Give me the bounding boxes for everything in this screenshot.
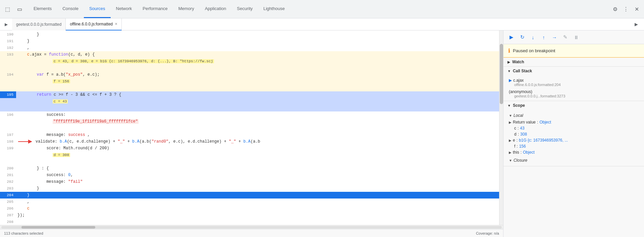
scope-return-value[interactable]: ▶ Return value : Object: [503, 119, 644, 125]
code-line-208: 208: [0, 219, 499, 225]
file-tabs-bar: ▶ geetest.0.0.0.js:formatted offline.6.0…: [0, 18, 644, 30]
code-line-202: 202 message: "fail": [0, 178, 499, 185]
scope-e[interactable]: ▶ e : b1G {c: 1673946953976, ...: [503, 137, 644, 143]
code-line-199: 199 score: Math.round(d / 200) d = 308: [0, 145, 499, 165]
call-stack-content: ▶ c.ajax offline.6.0.0.js:formatted:204 …: [503, 75, 644, 101]
settings-icon[interactable]: ⚙: [610, 4, 620, 14]
code-panel: 190 } 191 } 192 ,: [0, 30, 503, 237]
scope-local-label: Local: [514, 113, 523, 118]
call-stack-section: ▼ Call Stack ▶ c.ajax offline.6.0.0.js:f…: [503, 67, 644, 101]
scrollbar-thumb[interactable]: [500, 44, 503, 104]
sidebar-toggle[interactable]: ▶: [1, 20, 11, 29]
watch-triangle: ▶: [507, 60, 510, 64]
call-stack-item-0[interactable]: ▶ c.ajax offline.6.0.0.js:formatted:204: [503, 77, 644, 88]
resume-btn[interactable]: ▶: [507, 33, 516, 41]
code-line-205: 205 ,: [0, 199, 499, 205]
code-line-195: 195 return c >= f - 3 && c <= f + 3 ? { …: [0, 91, 499, 111]
scope-d: d : 308: [503, 131, 644, 137]
scope-f: f : 156: [503, 143, 644, 149]
call-stack-fn-name-0: c.ajax: [513, 78, 524, 83]
paused-text: Paused on breakpoint: [513, 48, 555, 53]
scope-c: c : 43: [503, 125, 644, 131]
tab-sources[interactable]: Sources: [84, 0, 111, 18]
tab-security[interactable]: Security: [231, 0, 258, 18]
tab-application[interactable]: Application: [200, 0, 232, 18]
main-area: 190 } 191 } 192 ,: [0, 30, 644, 237]
scope-local: ▼ Local ▶ Return value : Object c : 43: [503, 111, 644, 156]
call-stack-label: Call Stack: [513, 69, 532, 73]
code-line-190: 190 }: [0, 31, 499, 38]
scope-closure-tri: ▼: [509, 159, 512, 162]
file-tab-geetest[interactable]: geetest.0.0.0.js:formatted: [12, 18, 66, 30]
scope-section: ▼ Scope ▼ Local ▶ Return value : Object: [503, 101, 644, 166]
tab-performance[interactable]: Performance: [137, 0, 173, 18]
code-line-198: 198 validate: b.A(c, e.d.challenge) + "_…: [0, 138, 499, 145]
tab-memory[interactable]: Memory: [173, 0, 200, 18]
right-panel: ▶ ↻ ↓ ↑ → ✎ ⏸ ℹ Paused on breakpoint ▶ W…: [503, 30, 644, 237]
call-stack-triangle: ▼: [507, 69, 511, 73]
red-arrow-icon: [17, 138, 34, 145]
deactivate-btn[interactable]: ✎: [561, 33, 569, 41]
code-scroll[interactable]: 190 } 191 } 192 ,: [0, 30, 503, 225]
code-line-203: 203 }: [0, 185, 499, 192]
code-line-201: 201 success: 0,: [0, 172, 499, 178]
status-bar: 113 characters selected Coverage: n/a: [0, 229, 503, 237]
watch-section: ▶ Watch: [503, 58, 644, 67]
watch-header[interactable]: ▶ Watch: [503, 58, 644, 66]
code-line-192: 192 ,: [0, 45, 499, 51]
close-icon[interactable]: ✕: [632, 4, 641, 14]
scope-rv-tri: ▶: [509, 121, 512, 124]
debugger-toolbar: ▶ ↻ ↓ ↑ → ✎ ⏸: [503, 30, 644, 44]
step-out-btn[interactable]: ↑: [540, 33, 548, 41]
watch-label: Watch: [512, 60, 524, 64]
call-stack-item-1[interactable]: (anonymous) geetest.0.0.0.j...formatted:…: [503, 88, 644, 99]
call-stack-loc-0: offline.6.0.0.js:formatted:204: [509, 83, 639, 87]
vertical-scrollbar[interactable]: [499, 30, 503, 225]
file-tab-offline[interactable]: offline.6.0.0.js:formatted ✕: [66, 18, 122, 30]
scrollbar-track: [1, 226, 502, 229]
tab-network[interactable]: Network: [111, 0, 138, 18]
scope-this[interactable]: ▶ this : Object: [503, 149, 644, 155]
scope-header[interactable]: ▼ Scope: [503, 101, 644, 110]
scrollbar-thumb-h[interactable]: [21, 226, 95, 229]
tab-bar: ⬚ ▭ Elements Console Sources Network Per…: [0, 0, 644, 18]
code-line-196: 196 success: "fff1fff19e_1f11ff19a6_ffff…: [0, 111, 499, 132]
info-icon: ℹ: [508, 48, 510, 54]
scope-local-header[interactable]: ▼ Local: [503, 112, 644, 119]
code-line-200: 200 } : {: [0, 165, 499, 172]
code-line-206: 206 c: [0, 205, 499, 212]
file-tab-geetest-label: geetest.0.0.0.js:formatted: [16, 22, 61, 27]
tab-elements[interactable]: Elements: [28, 0, 57, 18]
file-pause-btn[interactable]: ▶: [633, 21, 640, 28]
step-into-btn[interactable]: ↓: [529, 33, 537, 41]
file-tab-close[interactable]: ✕: [115, 22, 117, 26]
step-btn[interactable]: →: [550, 33, 558, 41]
scope-label: Scope: [513, 103, 525, 108]
tab-lighthouse[interactable]: Lighthouse: [258, 0, 290, 18]
horizontal-scrollbar[interactable]: [0, 225, 503, 229]
scope-triangle: ▼: [507, 104, 511, 107]
call-stack-fn-name-1: (anonymous): [509, 89, 532, 94]
scope-closure-label: Closure: [514, 158, 527, 163]
pause-on-exception-btn[interactable]: ⏸: [572, 33, 580, 41]
code-line-191: 191 }: [0, 38, 499, 45]
file-tab-offline-label: offline.6.0.0.js:formatted: [70, 22, 113, 26]
scope-closure-header[interactable]: ▼ Closure: [503, 157, 644, 164]
scope-this-tri: ▶: [509, 151, 512, 154]
code-line-207: 207 });: [0, 212, 499, 219]
tab-console[interactable]: Console: [57, 0, 84, 18]
device-icon[interactable]: ▭: [15, 4, 24, 14]
code-line-193: 193 c.ajax = function(c, d, e) { c = 43,…: [0, 51, 499, 71]
code-line-204: 204 }: [0, 192, 499, 199]
code-line-197: 197 message: success ,: [0, 132, 499, 138]
call-stack-header[interactable]: ▼ Call Stack: [503, 67, 644, 75]
step-over-btn[interactable]: ↻: [518, 33, 526, 41]
coverage-status: Coverage: n/a: [476, 231, 499, 235]
active-frame-icon: ▶: [509, 78, 512, 83]
more-icon[interactable]: ⋮: [621, 4, 631, 14]
inspect-icon[interactable]: ⬚: [3, 4, 12, 14]
scope-content: ▼ Local ▶ Return value : Object c : 43: [503, 110, 644, 166]
code-line-194: 194 var f = a.b("x_pos", e.c); f = 156: [0, 71, 499, 91]
scope-e-tri: ▶: [509, 139, 512, 142]
scope-local-tri: ▼: [509, 114, 512, 117]
